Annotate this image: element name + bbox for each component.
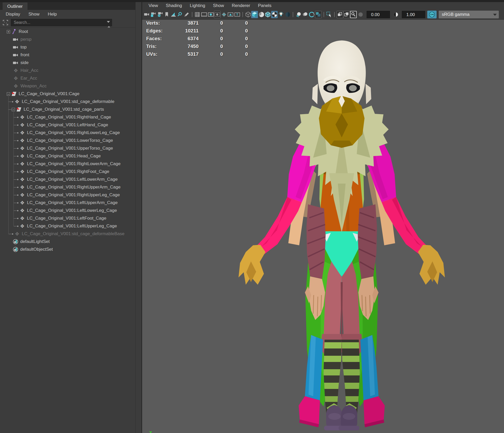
tree-row-label: defaultLightSet <box>20 239 50 244</box>
tree-connector <box>14 141 17 141</box>
maya-window: Outliner DisplayShowHelp +Rootpersptopfr… <box>0 0 504 433</box>
tree-row-label: LC_Cage_Original_V001:LeftFoot_Cage <box>27 216 106 221</box>
tree-row-label: front <box>20 52 29 58</box>
model-character <box>142 2 504 433</box>
tree-branch-dot <box>17 226 18 227</box>
tree-row-lc-cage-original-v001-leftlowerarm-cage[interactable]: ❖LC_Cage_Original_V001:LeftLowerArm_Cage <box>0 176 135 183</box>
tree-row-lc-cage-original-v001-leftlowerleg-cage[interactable]: ❖LC_Cage_Original_V001:LeftLowerLeg_Cage <box>0 207 135 214</box>
set-icon <box>13 247 18 252</box>
tree-row-lc-cage-original-v001-leftupperarm-cage[interactable]: ❖LC_Cage_Original_V001:LeftUpperArm_Cage <box>0 199 135 207</box>
tree-row-lc-cage-original-v001-rightupperleg-cage[interactable]: ❖LC_Cage_Original_V001:RightUpperLeg_Cag… <box>0 191 135 199</box>
tree-connector <box>14 211 17 211</box>
tree-branch-dot <box>17 156 18 157</box>
tree-branch-dot <box>12 101 13 102</box>
expand-icon[interactable]: + <box>7 30 10 33</box>
tree-branch-dot <box>17 148 18 149</box>
outliner-tab[interactable]: Outliner <box>3 3 27 10</box>
mesh-icon: ❖ <box>19 138 25 143</box>
tree-row-label: LC_Cage_Original_V001:LeftHand_Cage <box>27 122 108 128</box>
tree-row-lc-cage-original-v001-std-cage-deformable[interactable]: ❖LC_Cage_Original_V001:std_cage_deformab… <box>0 98 135 106</box>
tree-row-lc-cage-original-v001-head-cage[interactable]: ❖LC_Cage_Original_V001:Head_Cage <box>0 152 135 160</box>
tree-row-lc-cage-original-v001-rightupperarm-cage[interactable]: ❖LC_Cage_Original_V001:RightUpperArm_Cag… <box>0 183 135 191</box>
tree-row-label: Hair_Acc <box>20 68 38 73</box>
mesh-icon: ❖ <box>13 83 19 89</box>
mesh-icon: ❖ <box>13 68 19 73</box>
tree-row-label: LC_Cage_Original_V001:RightLowerLeg_Cage <box>27 130 120 135</box>
tree-row-label: LC_Cage_Original_V001:UpperTorso_Cage <box>27 146 113 151</box>
tree-row-lc-cage-original-v001-std-cage-deformablebase[interactable]: ❖LC_Cage_Original_V001:std_cage_deformab… <box>0 230 135 238</box>
tree-row-defaultlightset[interactable]: defaultLightSet <box>0 238 135 246</box>
tree-connector <box>14 203 17 203</box>
tree-row-lc-cage-original-v001-leftupperleg-cage[interactable]: ❖LC_Cage_Original_V001:LeftUpperLeg_Cage <box>0 222 135 230</box>
tree-row-label: LC_Cage_Original_V001:RightUpperArm_Cage <box>27 185 121 190</box>
tree-connector <box>14 148 17 149</box>
tree-connector <box>14 164 17 164</box>
mesh-icon: ❖ <box>19 177 25 182</box>
collapse-icon[interactable]: – <box>7 92 10 96</box>
mesh-icon: ❖ <box>13 75 19 81</box>
outliner-tab-bar: Outliner <box>0 2 135 10</box>
tree-row-lc-cage-original-v001-lefthand-cage[interactable]: ❖LC_Cage_Original_V001:LeftHand_Cage <box>0 121 135 129</box>
outliner-search-row <box>0 19 135 27</box>
tree-branch-dot <box>17 218 18 219</box>
filter-icon[interactable] <box>2 19 9 26</box>
outliner-panel: Outliner DisplayShowHelp +Rootpersptopfr… <box>0 2 135 433</box>
mesh-icon: ❖ <box>14 231 20 237</box>
tree-connector <box>9 102 12 102</box>
tree-row-hair-acc[interactable]: ❖Hair_Acc <box>0 67 135 74</box>
tree-row-lc-cage-original-v001-std-cage-parts[interactable]: –LC_Cage_Original_V001:std_cage_parts <box>0 106 135 113</box>
set-icon <box>13 239 18 245</box>
tree-row-lc-cage-original-v001-lowertorso-cage[interactable]: ❖LC_Cage_Original_V001:LowerTorso_Cage <box>0 137 135 144</box>
mesh-icon: ❖ <box>19 122 25 128</box>
search-input[interactable] <box>11 19 112 26</box>
mesh-icon: ❖ <box>19 192 25 198</box>
mesh-icon: ❖ <box>19 223 25 229</box>
tree-row-weapon-acc[interactable]: ❖Weapon_Acc <box>0 82 135 90</box>
tree-row-label: Ear_Acc <box>20 76 37 81</box>
tree-row-front[interactable]: front <box>0 51 135 59</box>
tree-row-label: LC_Cage_Original_V001:LeftUpperLeg_Cage <box>27 224 117 229</box>
tree-row-label: defaultObjectSet <box>20 247 53 252</box>
tree-row-lc-cage-original-v001-cage[interactable]: –LC_Cage_Original_V001:Cage <box>0 90 135 98</box>
tree-row-defaultobjectset[interactable]: defaultObjectSet <box>0 246 135 253</box>
mesh-icon: ❖ <box>19 200 25 206</box>
tree-row-label: top <box>20 45 27 50</box>
tree-branch-dot <box>17 171 18 172</box>
tree-branch-dot <box>17 140 18 141</box>
joint-icon <box>11 29 17 34</box>
tree-branch-dot <box>17 210 18 211</box>
panel-divider[interactable] <box>135 2 142 433</box>
tree-row-label: Weapon_Acc <box>20 83 47 89</box>
model-boots <box>324 405 359 430</box>
tree-row-label: LC_Cage_Original_V001:RightHand_Cage <box>27 115 111 120</box>
tree-row-label: LC_Cage_Original_V001:RightFoot_Cage <box>27 169 109 174</box>
tree-row-lc-cage-original-v001-rightlowerarm-cage[interactable]: ❖LC_Cage_Original_V001:RightLowerArm_Cag… <box>0 160 135 168</box>
camera-icon <box>13 44 19 50</box>
tree-row-lc-cage-original-v001-rightlowerleg-cage[interactable]: ❖LC_Cage_Original_V001:RightLowerLeg_Cag… <box>0 129 135 137</box>
axis-label-y: Y <box>149 430 152 433</box>
outliner-menu-show[interactable]: Show <box>24 10 44 18</box>
tree-row-lc-cage-original-v001-rightfoot-cage[interactable]: ❖LC_Cage_Original_V001:RightFoot_Cage <box>0 168 135 176</box>
tree-row-ear-acc[interactable]: ❖Ear_Acc <box>0 74 135 82</box>
tree-row-top[interactable]: top <box>0 43 135 51</box>
mesh-icon: ❖ <box>19 161 25 167</box>
tree-branch-dot <box>17 202 18 204</box>
tree-row-lc-cage-original-v001-uppertorso-cage[interactable]: ❖LC_Cage_Original_V001:UpperTorso_Cage <box>0 144 135 152</box>
tree-row-lc-cage-original-v001-righthand-cage[interactable]: ❖LC_Cage_Original_V001:RightHand_Cage <box>0 113 135 121</box>
tree-connector <box>14 125 17 125</box>
tree-row-label: LC_Cage_Original_V001:Head_Cage <box>27 153 101 159</box>
outliner-menu-help[interactable]: Help <box>44 10 61 18</box>
tree-row-root[interactable]: +Root <box>0 28 135 36</box>
outliner-menubar: DisplayShowHelp <box>2 10 61 18</box>
outliner-menu-display[interactable]: Display <box>2 10 24 18</box>
tree-row-lc-cage-original-v001-leftfoot-cage[interactable]: ❖LC_Cage_Original_V001:LeftFoot_Cage <box>0 214 135 222</box>
tree-row-label: LC_Cage_Original_V001:LeftLowerArm_Cage <box>27 177 118 182</box>
viewport-panel[interactable]: ViewShadingLightingShowRendererPanels T … <box>142 2 504 433</box>
tree-connector <box>14 172 17 172</box>
camera-icon <box>13 52 19 58</box>
tree-row-persp[interactable]: persp <box>0 36 135 43</box>
search-dropdown-icon[interactable] <box>107 21 110 23</box>
collapse-icon[interactable]: – <box>12 108 15 111</box>
tree-row-side[interactable]: side <box>0 59 135 67</box>
tree-row-label: LC_Cage_Original_V001:LowerTorso_Cage <box>27 138 113 143</box>
